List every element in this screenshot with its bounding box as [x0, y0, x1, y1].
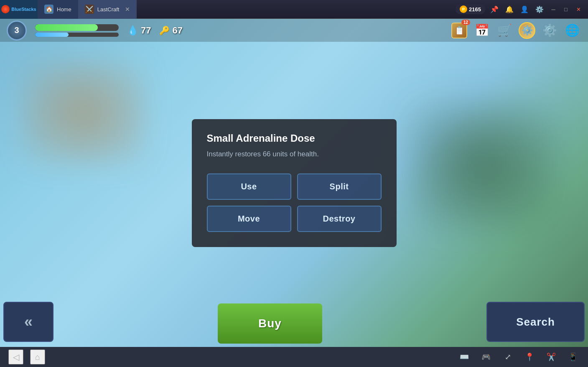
android-back-button[interactable]: ◁ — [8, 349, 23, 364]
back-button[interactable]: « — [3, 302, 53, 342]
search-button[interactable]: Search — [486, 302, 585, 342]
gamepad-icon[interactable]: 🎮 — [479, 350, 493, 364]
quest-button[interactable]: 📋 12 — [450, 21, 468, 40]
item-popup: Small Adrenaline Dose Instantly restores… — [192, 119, 397, 247]
calendar-icon: 📅 — [475, 23, 489, 37]
buy-button[interactable]: Buy — [218, 303, 322, 344]
coin-amount: 2165 — [469, 6, 481, 13]
home-tab-icon: 🏠 — [44, 5, 53, 14]
bg-blur-right — [408, 102, 555, 228]
game-area: 3 💧 77 🔑 67 📋 12 📅 — [0, 19, 588, 347]
tab-home-label: Home — [57, 6, 71, 13]
health-bar-fill — [35, 24, 98, 31]
game-tab-icon: ⚔️ — [85, 5, 94, 14]
water-icon: 💧 — [127, 25, 138, 36]
titlebar-right: P 2165 📌 🔔 👤 ⚙️ ─ □ ✕ — [456, 3, 588, 15]
popup-title: Small Adrenaline Dose — [207, 133, 382, 144]
calendar-button[interactable]: 📅 — [473, 21, 491, 40]
quest-badge: 12 — [461, 20, 470, 25]
close-button[interactable]: ✕ — [574, 5, 583, 14]
android-home-button[interactable]: ⌂ — [30, 349, 45, 364]
settings-gear-icon: ⚙️ — [542, 23, 557, 37]
cut-icon[interactable]: ✂️ — [545, 350, 558, 364]
gear-active-button[interactable]: ⚙️ — [518, 21, 536, 40]
coin-icon: P — [460, 5, 467, 13]
app-logo: BlueStacks — [0, 0, 38, 19]
water-value: 77 — [141, 25, 151, 36]
hud-right-icons: 📋 12 📅 🛒 ⚙️ ⚙️ 🌐 — [450, 21, 581, 40]
hud-top: 3 💧 77 🔑 67 📋 12 📅 — [0, 19, 588, 42]
keyboard-icon[interactable]: ⌨️ — [458, 350, 471, 364]
bottom-center-icons: ⌨️ 🎮 ⤢ 📍 ✂️ 📱 — [458, 350, 580, 364]
exp-bar-fill — [35, 33, 69, 37]
water-stat: 💧 77 — [127, 25, 151, 36]
popup-buttons: Use Split Move Destroy — [207, 173, 382, 232]
tab-game[interactable]: ⚔️ LastCraft ✕ — [78, 0, 137, 19]
split-button[interactable]: Split — [297, 173, 382, 200]
food-stat: 🔑 67 — [159, 25, 182, 36]
game-bottom-controls: « Buy Search — [0, 301, 588, 347]
tab-home[interactable]: 🏠 Home — [38, 0, 78, 19]
health-bar-container — [35, 24, 119, 37]
minimize-button[interactable]: ─ — [549, 5, 558, 14]
resize-icon[interactable]: ⤢ — [501, 350, 514, 364]
account-button[interactable]: 👤 — [519, 3, 530, 15]
globe-icon: 🌐 — [565, 23, 580, 37]
location-icon[interactable]: 📍 — [523, 350, 536, 364]
move-button[interactable]: Move — [207, 206, 291, 232]
food-value: 67 — [172, 25, 182, 36]
exp-bar-background — [35, 33, 119, 37]
tab-close-icon[interactable]: ✕ — [125, 6, 130, 13]
gear-active-icon: ⚙️ — [519, 22, 535, 39]
android-bottom-bar: ◁ ⌂ ⌨️ 🎮 ⤢ 📍 ✂️ 📱 — [0, 347, 588, 367]
bg-blur-left — [21, 61, 146, 165]
settings-game-button[interactable]: ⚙️ — [540, 21, 559, 40]
back-icon: « — [24, 313, 33, 331]
cart-icon: 🛒 — [497, 23, 512, 37]
destroy-button[interactable]: Destroy — [297, 206, 382, 232]
popup-description: Instantly restores 66 units of health. — [207, 150, 382, 158]
health-bar-background — [35, 24, 119, 31]
maximize-button[interactable]: □ — [561, 5, 570, 14]
notification-button[interactable]: 🔔 — [504, 3, 515, 15]
phone-icon[interactable]: 📱 — [566, 350, 580, 364]
use-button[interactable]: Use — [207, 173, 291, 200]
tab-game-label: LastCraft — [97, 6, 120, 13]
food-icon: 🔑 — [159, 25, 170, 36]
globe-button[interactable]: 🌐 — [563, 21, 581, 40]
settings-button[interactable]: ⚙️ — [534, 3, 545, 15]
cart-button[interactable]: 🛒 — [495, 21, 514, 40]
coin-display: P 2165 — [456, 4, 485, 14]
pin-button[interactable]: 📌 — [489, 3, 500, 15]
app-name: BlueStacks — [11, 7, 36, 12]
title-bar: BlueStacks 🏠 Home ⚔️ LastCraft ✕ P 2165 … — [0, 0, 588, 19]
level-badge: 3 — [7, 20, 27, 41]
